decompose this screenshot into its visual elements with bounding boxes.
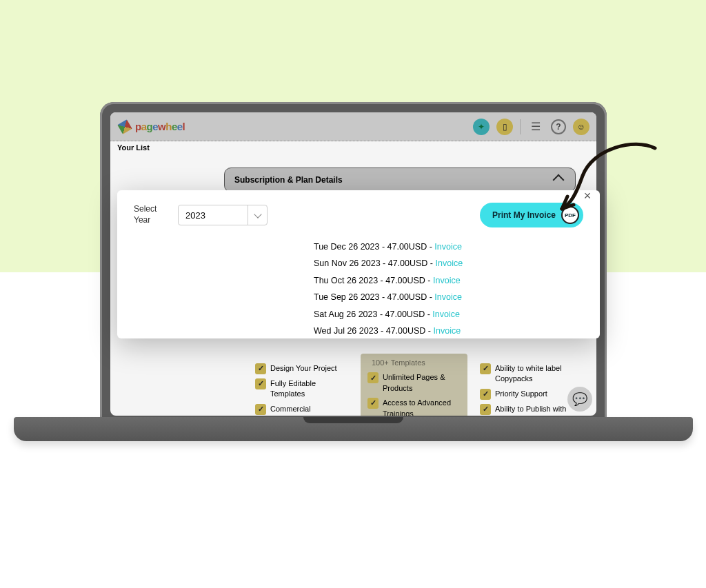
subscription-panel: Subscription & Plan Details xyxy=(224,168,576,192)
invoice-link[interactable]: Invoice xyxy=(434,326,461,336)
app-header: pagewheel ✦ ▯ ☰ ? ☺ xyxy=(110,112,596,141)
invoice-link[interactable]: Invoice xyxy=(434,242,462,252)
brand-name: pagewheel xyxy=(135,121,185,132)
plan-column-3: Ability to white label Copypacks Priorit… xyxy=(473,354,580,416)
check-icon xyxy=(480,363,491,374)
check-icon xyxy=(367,372,379,383)
invoice-link[interactable]: Invoice xyxy=(436,258,463,268)
chevron-up-icon[interactable] xyxy=(553,174,565,186)
print-button-label: Print My Invoice xyxy=(492,210,556,220)
pdf-icon: PDF xyxy=(561,206,579,224)
avatar-smile-icon[interactable]: ☺ xyxy=(573,119,589,135)
invoice-row: Tue Dec 26 2023 - 47.00USD - Invoice xyxy=(314,239,463,255)
invoice-modal: × Select Year 2023 Print My Invoice PDF … xyxy=(117,190,600,338)
year-value: 2023 xyxy=(185,210,205,221)
plan-column-1: Design Your Project Fully Editable Templ… xyxy=(248,354,355,416)
invoice-link[interactable]: Invoice xyxy=(433,276,461,285)
check-icon xyxy=(367,398,379,409)
header-divider xyxy=(520,119,521,134)
select-year-label: Select Year xyxy=(134,204,168,225)
chevron-down-icon[interactable] xyxy=(248,205,267,225)
your-list-label: Your List xyxy=(117,143,150,152)
close-icon[interactable]: × xyxy=(581,189,594,203)
rocket-icon[interactable]: ✦ xyxy=(473,119,490,135)
menu-icon[interactable]: ☰ xyxy=(527,119,544,135)
document-icon[interactable]: ▯ xyxy=(496,119,513,135)
invoice-link[interactable]: Invoice xyxy=(434,292,462,302)
invoice-row: Tue Sep 26 2023 - 47.00USD - Invoice xyxy=(314,289,463,305)
pinwheel-icon xyxy=(116,117,134,136)
check-icon xyxy=(255,363,266,374)
invoice-row: Sat Aug 26 2023 - 47.00USD - Invoice xyxy=(314,306,463,323)
plan-column-2: 100+ Templates Unlimited Pages & Product… xyxy=(361,354,467,416)
invoice-row: Wed Jul 26 2023 - 47.00USD - Invoice xyxy=(314,323,463,339)
chat-bubble-icon[interactable]: 💬 xyxy=(567,387,592,412)
check-icon xyxy=(255,378,266,389)
check-icon xyxy=(480,404,491,415)
check-icon xyxy=(480,389,491,400)
invoice-row: Sun Nov 26 2023 - 47.00USD - Invoice xyxy=(314,255,463,272)
laptop-notch xyxy=(303,417,403,423)
invoice-link[interactable]: Invoice xyxy=(432,310,460,319)
help-icon[interactable]: ? xyxy=(551,119,566,134)
panel-title: Subscription & Plan Details xyxy=(234,175,343,185)
invoice-row: Thu Oct 26 2023 - 47.00USD - Invoice xyxy=(314,272,463,289)
print-invoice-button[interactable]: Print My Invoice PDF xyxy=(480,203,583,227)
check-icon xyxy=(255,404,266,415)
invoice-list: Tue Dec 26 2023 - 47.00USD - Invoice Sun… xyxy=(314,239,463,339)
year-select[interactable]: 2023 xyxy=(178,205,268,225)
